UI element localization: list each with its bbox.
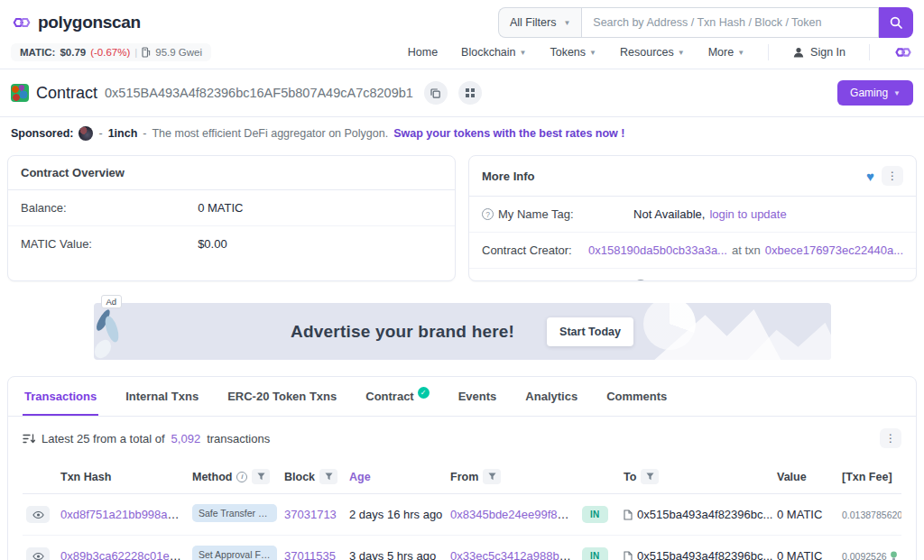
brand-name: polygonscan [38,13,141,32]
search-button[interactable] [879,7,913,38]
block-filter-button[interactable] [319,469,337,484]
to-filter-button[interactable] [641,469,659,484]
transactions-card: Transactions Internal Txns ERC-20 Token … [7,376,917,560]
table-row: 0x89b3ca62228c01ecc9... Set Approval For… [23,536,901,560]
gaming-tag-button[interactable]: Gaming ▼ [837,80,913,106]
chart-decoration [649,309,784,360]
contract-header: Contract 0x515BA493A4f82396bc16AF5b807A4… [0,69,924,117]
leaf-decoration [94,308,112,332]
from-filter-button[interactable] [483,469,501,484]
tab-events[interactable]: Events [457,377,499,416]
fee-amount: 0.0092526 [842,551,887,560]
summary-prefix: Latest 25 from a total of [42,432,165,445]
table-options-button[interactable]: ⋮ [880,428,901,448]
col-age[interactable]: Age [346,460,447,494]
more-options-button[interactable]: ⋮ [882,166,903,186]
favorite-heart-icon[interactable]: ♥ [866,170,874,183]
qr-code-button[interactable] [458,81,482,105]
col-value: Value [773,460,838,494]
login-to-update-link[interactable]: login to update [709,207,786,221]
page-title: Contract [36,84,97,103]
tab-transactions[interactable]: Transactions [23,377,98,416]
ad-headline: Advertise your brand here! [291,322,514,342]
gas-pump-icon [142,47,151,58]
top-header: polygonscan All Filters ▼ MATIC: $0.79 (… [0,0,924,69]
sponsor-cta-link[interactable]: Swap your tokens with the best rates now… [393,127,624,140]
ad-banner: Ad Advertise your brand here! Start Toda… [94,303,831,360]
col-block: Block [281,460,346,494]
table-row: 0xd8f751a21bb998aa09... Safe Transfer Fr… [23,494,901,536]
preview-txn-button[interactable] [26,506,50,523]
chevron-down-icon: ▼ [520,49,527,57]
col-from: From [447,460,578,494]
creator-address-link[interactable]: 0x158190da5b0cb33a3a... [588,243,727,257]
table-header-row: Txn Hash Method i Block [23,460,901,494]
start-today-button[interactable]: Start Today [547,317,633,346]
sponsor-text: The most efficient DeFi aggregator on Po… [152,127,388,140]
polygon-logo-icon [11,13,32,32]
sponsored-label: Sponsored: [11,127,73,140]
txn-hash-link[interactable]: 0xd8f751a21bb998aa09... [60,508,189,521]
nav-more[interactable]: More ▼ [708,46,744,59]
search-icon [890,16,902,29]
copy-address-button[interactable] [424,81,448,105]
info-icon[interactable]: i [236,472,247,482]
col-to: To [620,460,773,494]
tab-contract[interactable]: Contract ✓ [364,377,430,416]
filter-label: All Filters [510,16,556,29]
contract-doc-icon [624,510,633,520]
to-address[interactable]: 0x515ba493a4f82396bc... [637,508,772,521]
to-address[interactable]: 0x515ba493a4f82396bc... [637,549,772,560]
polygonscan-logo[interactable]: polygonscan [11,13,141,32]
all-filters-dropdown[interactable]: All Filters ▼ [498,7,581,38]
balance-value: 0 MATIC [198,201,243,215]
tab-comments[interactable]: Comments [605,377,669,416]
chevron-down-icon: ▼ [563,19,570,27]
matic-value-row: MATIC Value: $0.00 [8,226,455,262]
network-switch-button[interactable] [893,43,913,61]
value-cell: 0 MATIC [773,536,838,560]
search-input[interactable] [581,7,879,38]
grid-icon [466,88,475,97]
sponsor-name: 1inch [108,127,138,140]
txn-hash-link[interactable]: 0x89b3ca62228c01ecc9... [60,549,189,560]
separator: | [134,47,137,58]
divider [869,44,870,60]
creation-txn-link[interactable]: 0xbece176973ec22440a... [765,243,903,257]
direction-badge: IN [582,547,608,560]
nav-resources[interactable]: Resources ▼ [620,46,685,59]
from-address-link[interactable]: 0x33ec5c3412a988b980... [450,549,578,560]
contract-creator-row: Contract Creator: 0x158190da5b0cb33a3a..… [469,233,916,269]
chevron-down-icon: ▼ [737,49,744,57]
help-icon[interactable]: ? [482,208,494,220]
from-address-link[interactable]: 0x8345bde24ee99f8eaa... [450,508,578,521]
overview-cards: Contract Overview Balance: 0 MATIC MATIC… [0,151,924,281]
nav-tokens[interactable]: Tokens ▼ [550,46,596,59]
sign-in-button[interactable]: Sign In [792,46,845,59]
tab-bar: Transactions Internal Txns ERC-20 Token … [8,377,916,417]
gas-price[interactable]: 95.9 Gwei [155,47,202,58]
verified-check-icon: ✓ [418,387,430,399]
chevron-down-icon: ▼ [589,49,596,57]
nav-home[interactable]: Home [408,46,438,59]
preview-txn-button[interactable] [26,547,50,560]
value-cell: 0 MATIC [773,494,838,536]
age-cell: 2 days 16 hrs ago [346,494,447,536]
tab-internal-txns[interactable]: Internal Txns [124,377,200,416]
method-filter-button[interactable] [252,469,270,484]
token-tracker-link[interactable]: Chubby Turtles (CT) [652,280,758,282]
main-nav: Home Blockchain ▼ Tokens ▼ Resources ▼ M… [408,43,913,61]
block-link[interactable]: 37011535 [284,549,336,560]
total-count-link[interactable]: 5,092 [171,432,201,445]
tab-erc20-token-txns[interactable]: ERC-20 Token Txns [226,377,338,416]
contract-avatar [11,84,29,102]
age-cell: 3 days 5 hrs ago [346,536,447,560]
tab-analytics[interactable]: Analytics [523,377,579,416]
method-badge[interactable]: Set Approval For... [192,546,277,560]
nav-blockchain[interactable]: Blockchain ▼ [461,46,526,59]
method-badge[interactable]: Safe Transfer Fr... [192,504,277,522]
block-link[interactable]: 37031713 [284,508,337,521]
transactions-table: Txn Hash Method i Block [23,460,901,560]
col-txn-hash: Txn Hash [57,460,189,494]
gas-bulb-icon [890,551,898,560]
